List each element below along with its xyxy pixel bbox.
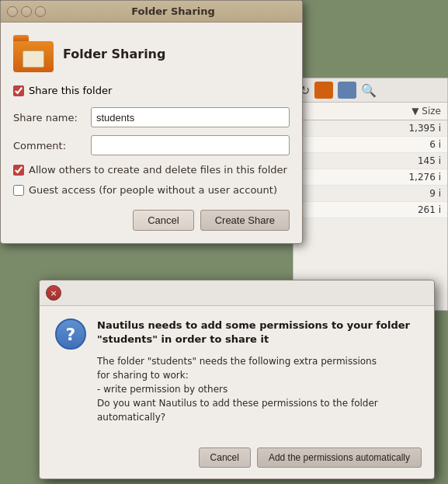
question-icon: ? [55,319,86,350]
sort-arrow-icon: ▼ [412,106,418,117]
file-row: 1,276 i [293,169,447,186]
share-checkbox-row: Share this folder [13,85,290,96]
allow-create-delete-label[interactable]: Allow others to create and delete files … [29,163,287,177]
comment-row: Comment: [13,135,290,155]
question-mark: ? [66,325,76,344]
share-folder-label[interactable]: Share this folder [29,85,112,96]
cancel-button[interactable]: Cancel [133,210,193,231]
bg-toolbar: ↻ 🔍 [293,78,447,103]
permissions-titlebar: × [40,280,434,306]
permissions-body-line1: The folder "students" needs the followin… [97,354,418,424]
file-row: 145 i [293,153,447,169]
file-manager-background: ↻ 🔍 ▼ Size 1,395 i 6 i 145 i 1,276 i 9 i… [293,78,448,311]
permissions-dialog: × ? Nautilus needs to add some permissio… [39,280,435,479]
permissions-content: Nautilus needs to add some permissions t… [97,319,418,427]
add-permissions-button[interactable]: Add the permissions automatically [257,447,422,468]
permissions-buttons: Cancel Add the permissions automatically [40,440,434,479]
home-icon[interactable] [314,82,333,99]
guest-access-checkbox[interactable] [13,185,24,196]
create-share-button[interactable]: Create Share [200,210,290,231]
folder-sharing-dialog: Folder Sharing Folder Sharing Share this… [0,0,303,244]
folder-dialog-buttons: Cancel Create Share [13,210,290,231]
comment-input[interactable] [91,135,290,155]
file-row: 261 i [293,202,447,218]
close-x-icon: × [50,288,57,298]
guest-access-label[interactable]: Guest access (for people without a user … [29,183,277,197]
permissions-close-button[interactable]: × [46,285,61,301]
folder-dialog-titlebar: Folder Sharing [1,1,302,23]
maximize-button[interactable] [35,6,46,17]
dialog-heading: Folder Sharing [63,47,165,61]
size-column-header: ▼ Size [293,103,447,120]
share-name-row: Share name: [13,107,290,127]
zoom-icon[interactable]: 🔍 [361,83,377,98]
screen-icon[interactable] [338,82,356,99]
close-button[interactable] [7,6,18,17]
folder-dialog-body: Folder Sharing Share this folder Share n… [1,23,302,243]
allow-checkbox-row: Allow others to create and delete files … [13,163,290,177]
file-list: 1,395 i 6 i 145 i 1,276 i 9 i 261 i [293,120,447,218]
permissions-cancel-button[interactable]: Cancel [199,447,251,468]
share-name-input[interactable] [91,107,290,127]
minimize-button[interactable] [21,6,32,17]
file-row: 1,395 i [293,120,447,137]
dialog-header: Folder Sharing [13,35,290,72]
permissions-heading: Nautilus needs to add some permissions t… [97,319,418,346]
folder-dialog-title: Folder Sharing [50,5,296,17]
permissions-body: ? Nautilus needs to add some permissions… [40,306,434,440]
file-row: 6 i [293,137,447,153]
share-name-label: Share name: [13,112,91,124]
share-folder-checkbox[interactable] [13,85,24,96]
titlebar-buttons [7,6,46,17]
comment-label: Comment: [13,140,91,151]
file-row: 9 i [293,186,447,202]
guest-checkbox-row: Guest access (for people without a user … [13,183,290,197]
folder-icon [13,35,54,72]
allow-create-delete-checkbox[interactable] [13,165,24,176]
